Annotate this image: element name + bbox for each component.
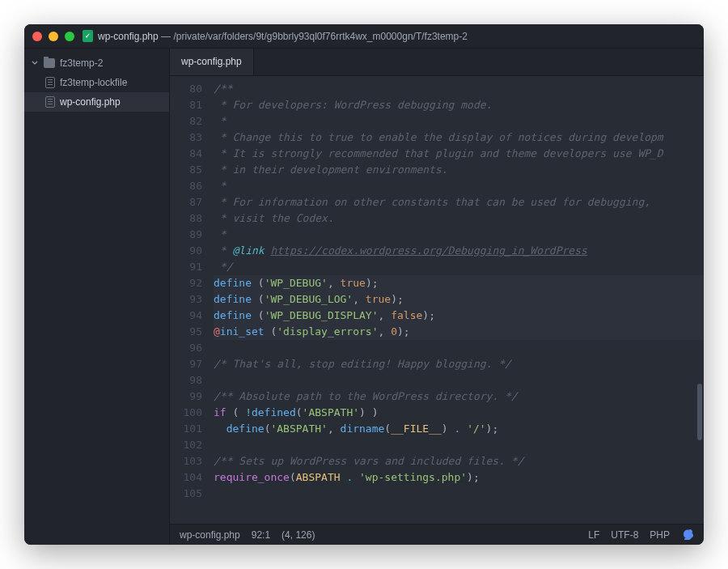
window-title-path: — /private/var/folders/9t/g9bbrly93ql0f7… — [161, 31, 468, 42]
file-tree[interactable]: fz3temp-2 fz3temp-lockfile wp-config.php — [24, 49, 170, 545]
code-line[interactable]: * — [214, 227, 704, 243]
code-line[interactable] — [214, 437, 704, 453]
code-editor[interactable]: 8081828384858687888990919293949596979899… — [170, 76, 704, 524]
code-line[interactable]: * — [214, 178, 704, 194]
tree-root-label: fz3temp-2 — [60, 57, 103, 69]
status-language[interactable]: PHP — [650, 529, 670, 541]
code-line[interactable]: /** Absolute path to the WordPress direc… — [214, 389, 704, 405]
titlebar[interactable]: ✓ wp-config.php — /private/var/folders/9… — [24, 24, 704, 49]
code-line[interactable] — [214, 372, 704, 389]
chevron-down-icon — [31, 59, 39, 67]
tree-item-label: wp-config.php — [60, 96, 121, 108]
editor-window: ✓ wp-config.php — /private/var/folders/9… — [24, 24, 704, 545]
squirrel-icon[interactable] — [681, 529, 694, 541]
php-file-icon: ✓ — [83, 30, 93, 42]
code-line[interactable] — [214, 486, 704, 502]
tab-wpconfig[interactable]: wp-config.php — [170, 49, 254, 75]
code-line[interactable]: /* That's all, stop editing! Happy blogg… — [214, 356, 704, 372]
code-line[interactable]: require_once(ABSPATH . 'wp-settings.php'… — [214, 469, 704, 486]
tab-label: wp-config.php — [181, 56, 242, 67]
status-eol[interactable]: LF — [588, 529, 599, 541]
line-number-gutter: 8081828384858687888990919293949596979899… — [170, 76, 214, 524]
maximize-icon[interactable] — [65, 32, 74, 41]
main-pane: wp-config.php 80818283848586878889909192… — [170, 49, 704, 545]
code-line[interactable]: * visit the Codex. — [214, 210, 704, 227]
status-bar[interactable]: wp-config.php 92:1 (4, 126) LF UTF-8 PHP — [170, 524, 704, 545]
scrollbar-thumb[interactable] — [697, 384, 702, 440]
file-icon — [45, 96, 55, 108]
code-line[interactable]: define ('WP_DEBUG', true); — [214, 275, 704, 291]
status-encoding[interactable]: UTF-8 — [611, 529, 638, 541]
window-title: wp-config.php — /private/var/folders/9t/… — [98, 31, 696, 42]
code-line[interactable] — [214, 340, 704, 356]
code-line[interactable]: /** — [214, 81, 704, 97]
code-line[interactable]: if ( !defined('ABSPATH') ) — [214, 405, 704, 421]
code-line[interactable]: define ('WP_DEBUG_DISPLAY', false); — [214, 308, 704, 324]
editor-body: fz3temp-2 fz3temp-lockfile wp-config.php… — [24, 49, 704, 545]
tree-item-wpconfig[interactable]: wp-config.php — [24, 92, 169, 112]
status-file[interactable]: wp-config.php — [180, 529, 240, 541]
code-line[interactable]: * Change this to true to enable the disp… — [214, 130, 704, 146]
code-line[interactable]: define('ABSPATH', dirname(__FILE__) . '/… — [214, 421, 704, 437]
code-line[interactable]: * @link https://codex.wordpress.org/Debu… — [214, 243, 704, 259]
close-icon[interactable] — [32, 32, 42, 41]
code-content[interactable]: /** * For developers: WordPress debuggin… — [214, 76, 704, 524]
folder-icon — [44, 58, 55, 68]
code-line[interactable]: * in their development environments. — [214, 162, 704, 178]
code-line[interactable]: define ('WP_DEBUG_LOG', true); — [214, 291, 704, 308]
tab-bar[interactable]: wp-config.php — [170, 49, 704, 76]
window-controls — [32, 32, 74, 41]
tree-root[interactable]: fz3temp-2 — [24, 53, 169, 73]
tree-item-label: fz3temp-lockfile — [60, 77, 127, 88]
file-icon — [45, 77, 55, 88]
status-cursor[interactable]: 92:1 — [252, 529, 270, 541]
code-line[interactable]: @ini_set ('display_errors', 0); — [214, 324, 704, 340]
code-line[interactable]: * For developers: WordPress debugging mo… — [214, 97, 704, 113]
code-line[interactable]: * — [214, 113, 704, 130]
code-line[interactable]: * For information on other constants tha… — [214, 194, 704, 210]
window-title-file: wp-config.php — [98, 31, 159, 42]
minimize-icon[interactable] — [49, 32, 58, 41]
code-line[interactable]: */ — [214, 259, 704, 275]
code-line[interactable]: /** Sets up WordPress vars and included … — [214, 453, 704, 469]
status-selection[interactable]: (4, 126) — [281, 529, 315, 541]
tree-item-lockfile[interactable]: fz3temp-lockfile — [24, 73, 169, 92]
code-line[interactable]: * It is strongly recommended that plugin… — [214, 146, 704, 162]
